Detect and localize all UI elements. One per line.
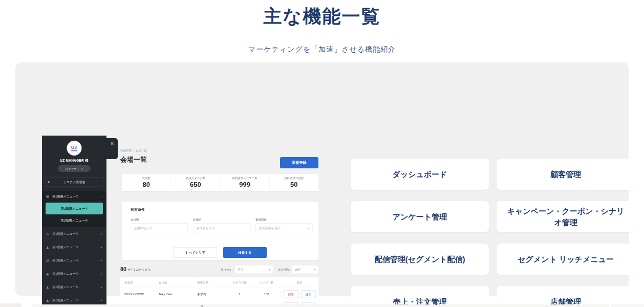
field-label: 会場名 (193, 217, 250, 222)
logout-button[interactable]: ログアウト ↪ (58, 165, 91, 172)
breadcrumb: 会場管理›会場一覧 (120, 148, 147, 152)
submenu: 第2階層メニュー① 第2階層メニュー② (42, 203, 106, 227)
search-field: 会場ID 会場IDを入力 (131, 217, 188, 233)
menu-item-icon: ♟ (46, 245, 52, 249)
menu-item-icon: ♟ (46, 298, 52, 302)
col-header-pref: 都道府県 (197, 280, 227, 284)
stat-label: 式場数 (122, 177, 171, 181)
stat-item: 式場数 80 (122, 174, 171, 191)
main-content: 会場管理›会場一覧 会場一覧 新規登録 式場数 80 登録カタログ数 650 (106, 136, 319, 307)
expand-toggle-icon[interactable]: + (100, 298, 102, 302)
role-item[interactable]: システム管理者 (45, 177, 103, 187)
sidebar-menu: ⊘ 第1階層メニュー② + ♟ 第1階層メニュー③ + 品 (42, 227, 106, 307)
mock-page-title: 会場一覧 (120, 155, 147, 164)
edge-segment (32, 304, 201, 307)
clear-all-button[interactable]: すべてクリア (174, 247, 217, 258)
sidebar-item[interactable]: ♟ 第1階層メニュー③ + (42, 240, 106, 254)
edge-segment (437, 304, 609, 307)
feature-card-label: キャンペーン・クーポン・シナリオ管理 (506, 206, 626, 228)
feature-card-label: 顧客管理 (550, 169, 581, 180)
page-subtitle: マーケティングを「加速」させる機能紹介 (0, 45, 644, 54)
feature-card-label: 配信管理(セグメント配信) (375, 254, 465, 265)
search-panel-title: 検索条件 (131, 207, 145, 212)
list-header: 80 件中1-20件を表示 並べ替え: 選択 ▾ 表示件数: 20件 ▾ (120, 265, 318, 274)
grid-icon: ▦ (46, 194, 52, 199)
feature-card: セグメント リッチメニュー (497, 244, 635, 275)
sidebar-item[interactable]: ⊘ 第1階層メニュー② + (42, 227, 106, 240)
search-field: 会場名 会場名を入力 (193, 217, 250, 233)
col-header-id: 会場ID (120, 280, 159, 284)
search-actions: すべてクリア 検索する (122, 247, 318, 258)
chevron-down-icon: ▾ (269, 268, 270, 271)
breadcrumb-separator: › (133, 149, 134, 152)
cell-catalog-count: 1 (227, 292, 252, 296)
table-row: XXXXXXXXXX Tokyo We… 東京都 1 100 削除 編集 (120, 288, 318, 300)
user-name: UZ MANAGER 様 (42, 158, 106, 163)
menu-item-icon: ⊘ (46, 232, 52, 236)
search-fields: 会場ID 会場IDを入力 会場名 会場名を入力 (131, 217, 313, 233)
field-input[interactable]: 会場IDを入力 (131, 224, 188, 233)
page: { "page": { "title": "主な機能一覧", "subtitle… (0, 0, 644, 307)
stats-bar: 式場数 80 登録カタログ数 650 資料請求ユーザー数 999 (122, 174, 318, 191)
stat-value: 999 (220, 181, 269, 189)
logout-icon: ↪ (81, 167, 83, 170)
chevron-down-icon: ▾ (314, 268, 316, 271)
expand-toggle-icon[interactable]: + (100, 232, 102, 236)
feature-card: ダッシュボード (351, 159, 489, 190)
per-page-label: 表示件数: (277, 268, 290, 272)
feature-card: 配信管理(セグメント配信) (351, 244, 489, 275)
stat-item: 資料請求式場数 50 (269, 174, 318, 191)
search-field: 都道府県 都道府県を選択 ▾ (255, 217, 313, 233)
table-header-row: 会場ID 会場名 都道府県 カタログ数 ユーザー数 操作 (120, 277, 318, 288)
logo-bar (71, 150, 78, 151)
expand-toggle-icon[interactable]: + (100, 285, 102, 289)
edge-segment (203, 304, 435, 307)
menu-item-icon: 品 (46, 258, 52, 263)
menu-item-icon: ◉ (46, 272, 52, 276)
sidebar-subitem[interactable]: 第2階層メニュー① (46, 203, 103, 214)
feature-card: キャンペーン・クーポン・シナリオ管理 (497, 201, 635, 232)
admin-screenshot: UZ UZ MANAGER 様 ログアウト ↪ システム管理者 ▦ 第1階層メニ… (42, 136, 319, 307)
feature-card-label: アンケート管理 (393, 211, 447, 223)
next-section-edge (0, 302, 644, 307)
feature-card: 顧客管理 (497, 159, 635, 190)
cell-prefecture: 東京都 (197, 292, 227, 297)
expand-toggle-icon[interactable]: + (100, 258, 102, 262)
sidebar-item[interactable]: 品 第1階層メニュー④ + (42, 254, 106, 267)
stat-label: 資料請求式場数 (269, 177, 318, 181)
sidebar-subitem[interactable]: 第2階層メニュー② (46, 215, 103, 226)
breadcrumb-parent[interactable]: 会場管理 (120, 149, 132, 152)
result-count-suffix: 件中1-20件を表示 (128, 268, 151, 272)
stat-item: 資料請求ユーザー数 999 (220, 174, 269, 191)
feature-card-label: ダッシュボード (392, 169, 447, 180)
field-label: 都道府県 (255, 217, 313, 222)
field-input[interactable]: 都道府県を選択 ▾ (255, 224, 313, 233)
feature-card-label: セグメント リッチメニュー (518, 254, 614, 265)
sidebar-item-level1-1[interactable]: ▦ 第1階層メニュー① − (42, 191, 106, 202)
stat-value: 650 (171, 181, 220, 189)
chevron-down-icon: ▾ (308, 227, 309, 230)
status-dot-icon (48, 181, 50, 183)
sidebar-item[interactable]: ♟ 第1階層メニュー⑥ + (42, 280, 106, 294)
col-header-users: ユーザー数 (252, 280, 281, 284)
logo-text: UZ (71, 145, 77, 150)
search-button[interactable]: 検索する (223, 247, 267, 258)
edge-segment (611, 304, 644, 307)
expand-toggle-icon[interactable]: + (100, 272, 102, 276)
stat-label: 登録カタログ数 (171, 177, 220, 181)
field-input[interactable]: 会場名を入力 (193, 224, 250, 233)
edge-segment (0, 303, 22, 307)
search-panel: 検索条件 会場ID 会場IDを入力 (122, 202, 318, 260)
feature-card: アンケート管理 (351, 201, 489, 232)
sort-select[interactable]: 選択 ▾ (234, 265, 273, 274)
per-page-select[interactable]: 20件 ▾ (292, 265, 318, 274)
collapse-toggle-icon[interactable]: − (100, 194, 102, 199)
sidebar-item[interactable]: ◉ 第1階層メニュー⑤ + (42, 267, 106, 280)
expand-toggle-icon[interactable]: + (100, 245, 102, 249)
breadcrumb-current: 会場一覧 (136, 149, 147, 152)
stat-item: 登録カタログ数 650 (171, 174, 220, 191)
field-placeholder: 会場IDを入力 (134, 226, 153, 231)
delete-button[interactable]: 削除 (284, 290, 298, 298)
edit-button[interactable]: 編集 (301, 290, 316, 298)
new-registration-button[interactable]: 新規登録 (280, 157, 318, 168)
